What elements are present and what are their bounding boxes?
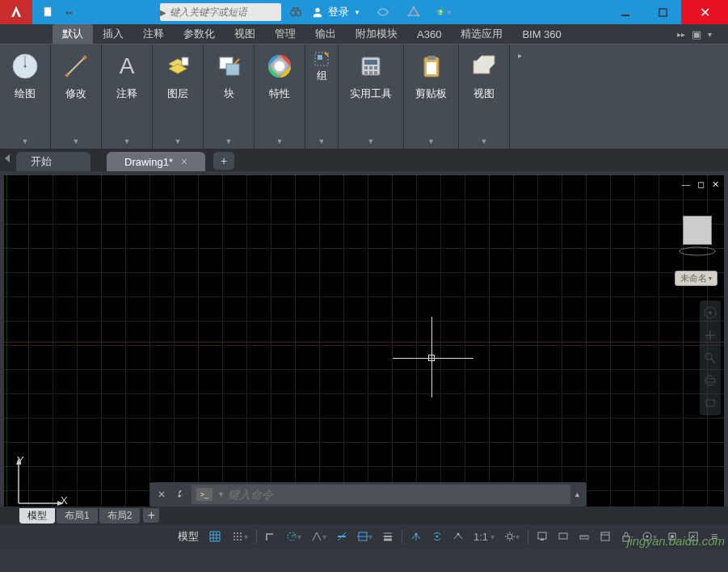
menu-collapse-icon[interactable]: ▣ [692,28,701,40]
menu-bim360[interactable]: BIM 360 [512,24,570,44]
search-arrow-icon[interactable]: ▶ [160,8,166,17]
nav-wheel[interactable] [702,304,718,322]
canvas-area[interactable]: Y X — ◻ ✕ 未命名▾ ✕ >_ ▼ ▲ [4,175,724,507]
anno-icon [410,531,422,542]
status-annoscale-add-button[interactable] [449,528,467,545]
menu-featured[interactable]: 精选应用 [451,24,512,44]
viewcube-menu[interactable]: 未命名▾ [675,271,717,286]
status-quickprops-button[interactable] [596,528,614,545]
menu-output[interactable]: 输出 [305,24,346,44]
status-annoscale-vis-button[interactable] [428,528,446,545]
menu-annotate[interactable]: 注释 [133,24,174,44]
qat-dropdown[interactable]: ▸▸ [60,3,79,21]
status-workspace-button[interactable] [533,528,551,545]
status-isodraft-button[interactable]: ▾ [308,528,330,545]
nav-orbit[interactable] [702,372,718,389]
menu-insert[interactable]: 插入 [93,24,133,44]
svg-rect-70 [541,539,544,540]
status-polar-button[interactable]: ▾ [283,528,305,545]
drawing-canvas[interactable]: Y X [4,175,724,507]
chevron-down-icon: ▼ [481,137,488,145]
ribbon-properties-panel[interactable]: 特性 ▼ [255,44,305,149]
status-grid-button[interactable] [205,528,225,545]
menu-addins[interactable]: 附加模块 [346,24,407,44]
cmd-input-area[interactable]: >_ ▼ [191,485,570,504]
layout-tab-1[interactable]: 布局1 [57,508,98,524]
minimize-button[interactable] [607,0,644,24]
svg-point-67 [457,533,459,536]
status-scale-button[interactable]: 1:1▾ [470,528,498,545]
cmd-options-button[interactable] [172,487,187,502]
add-layout-button[interactable]: + [143,508,159,523]
pan-icon [704,329,717,342]
status-snap-button[interactable]: ▾ [228,528,251,545]
exchange-button[interactable] [375,4,391,20]
status-cogwheel-button[interactable]: ▾ [501,528,523,545]
viewport-close[interactable]: ✕ [709,179,721,190]
tab-close-button[interactable]: × [181,155,187,168]
ribbon-group-panel[interactable]: 组 ▼ [305,44,339,149]
status-units-button[interactable] [575,528,593,545]
app-menu-button[interactable] [0,0,32,24]
ribbon-annotate-panel[interactable]: A 注释 ▼ [102,44,153,149]
search-input[interactable] [166,6,295,18]
menu-default[interactable]: 默认 [53,24,93,44]
nav-zoom[interactable] [702,349,718,367]
cmd-close-button[interactable]: ✕ [154,487,169,502]
status-model-button[interactable]: 模型 [175,528,202,545]
svg-rect-10 [659,8,666,15]
draw-icon [11,53,39,80]
start-tab[interactable]: 开始 [16,152,90,171]
ribbon-overflow[interactable]: ▸ [510,44,529,149]
svg-point-65 [414,533,417,536]
ribbon-group-label: 组 [317,69,327,83]
ribbon-clipboard-panel[interactable]: 剪贴板 ▼ [404,44,459,149]
search-button[interactable] [286,6,305,19]
status-osnap-button[interactable]: ▾ [354,528,376,545]
ribbon-utilities-panel[interactable]: 实用工具 ▼ [339,44,404,149]
menu-parametric[interactable]: 参数化 [174,24,225,44]
command-input[interactable] [228,488,566,501]
ribbon-modify-label: 修改 [65,86,86,101]
viewport-controls: — ◻ ✕ [680,179,721,190]
viewcube-compass[interactable] [677,246,717,259]
new-file-button[interactable] [39,3,58,21]
new-tab-button[interactable]: + [213,152,234,170]
status-lineweight-button[interactable] [379,528,397,545]
a360-button[interactable] [406,4,422,20]
nav-showmotion[interactable] [702,394,718,412]
layout-tab-model[interactable]: 模型 [19,508,55,524]
drawing-tab-label: Drawing1* [124,156,173,168]
exchange-icon [376,6,390,18]
status-otrack-button[interactable] [333,528,351,545]
menu-dropdown-icon[interactable]: ▾ [708,30,712,39]
cmd-history-up[interactable]: ▲ [574,490,587,498]
ribbon-block-panel[interactable]: 块 ▼ [204,44,255,149]
nav-pan[interactable] [702,326,718,344]
ribbon-draw-panel[interactable]: 绘图 ▼ [0,44,51,149]
ribbon-modify-panel[interactable]: 修改 ▼ [51,44,102,149]
viewport-minimize[interactable]: — [680,179,692,190]
status-ortho-button[interactable] [262,528,280,545]
ribbon-layers-panel[interactable]: 图层 ▼ [153,44,204,149]
viewcube[interactable] [683,216,712,245]
layout-tab-2[interactable]: 布局2 [99,508,141,524]
drawing-tab[interactable]: Drawing1* × [107,152,205,171]
help-button[interactable]: ?▼ [436,4,452,20]
svg-rect-69 [538,532,546,539]
user-login-button[interactable]: 登录 ▼ [312,5,360,19]
chevron-down-icon: ▼ [217,490,225,498]
menu-overflow-icon[interactable]: ▸▸ [677,30,685,39]
ribbon-view-panel[interactable]: 视图 ▼ [459,44,510,149]
status-annotation-monitor[interactable] [554,528,572,545]
viewport-maximize[interactable]: ◻ [695,179,706,190]
close-button[interactable]: ✕ [681,0,728,24]
ortho-icon [265,531,276,542]
status-annoscale-button[interactable] [407,528,425,545]
window-controls: ✕ [607,0,728,24]
menu-view[interactable]: 视图 [225,24,265,44]
menu-manage[interactable]: 管理 [265,24,305,44]
maximize-button[interactable] [644,0,681,24]
menu-a360[interactable]: A360 [407,24,451,44]
gear-icon [504,531,515,542]
